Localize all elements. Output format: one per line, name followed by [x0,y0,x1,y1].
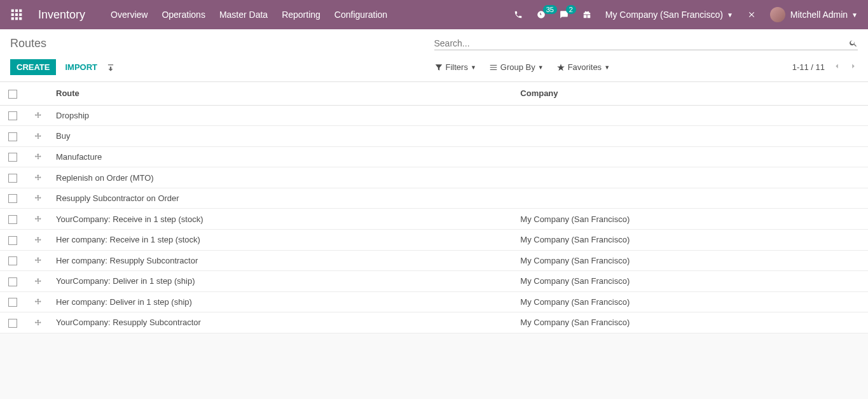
cell-route: Her company: Receive in 1 step (stock) [51,229,515,250]
groupby-dropdown[interactable]: Group By ▼ [489,62,544,72]
drag-handle-icon[interactable] [34,193,43,203]
drag-handle-icon[interactable] [34,131,43,141]
gift-icon[interactable] [582,10,591,19]
cell-company [515,146,868,167]
row-checkbox[interactable] [8,256,17,265]
row-checkbox[interactable] [8,319,17,328]
apps-icon[interactable] [10,8,23,21]
svg-rect-8 [19,17,22,20]
row-checkbox[interactable] [8,111,17,120]
cell-route: Replenish on Order (MTO) [51,167,515,188]
menu-configuration[interactable]: Configuration [334,10,387,20]
drag-handle-icon[interactable] [34,276,43,286]
navbar: Inventory Overview Operations Master Dat… [0,0,868,29]
cell-route: YourCompany: Deliver in 1 step (ship) [51,271,515,292]
search-icon[interactable] [849,37,858,50]
column-company[interactable]: Company [515,82,868,105]
row-checkbox[interactable] [8,194,17,203]
caret-down-icon: ▼ [604,64,610,71]
table-row[interactable]: Her company: Resupply SubcontractorMy Co… [0,250,868,271]
row-checkbox[interactable] [8,277,17,286]
systray: 35 2 My Company (San Francisco) ▼ Mitche… [514,7,858,22]
column-route[interactable]: Route [51,82,515,105]
debug-icon[interactable] [747,10,756,19]
list-view: Route Company DropshipBuyManufactureRepl… [0,82,868,333]
menu-operations[interactable]: Operations [162,10,205,20]
drag-handle-icon[interactable] [34,256,43,265]
table-row[interactable]: Buy [0,126,868,147]
menu-reporting[interactable]: Reporting [282,10,320,20]
search-input[interactable] [434,37,850,50]
breadcrumb: Routes [10,37,434,50]
row-checkbox[interactable] [8,215,17,224]
menu: Overview Operations Master Data Reportin… [111,10,514,20]
pager-info[interactable]: 1-11 / 11 [792,62,825,72]
svg-rect-4 [15,13,18,16]
create-button[interactable]: CREATE [10,59,56,75]
cell-route: Manufacture [51,146,515,167]
activity-badge: 35 [543,5,557,14]
cell-route: YourCompany: Receive in 1 step (stock) [51,209,515,230]
svg-rect-3 [11,13,14,16]
table-row[interactable]: Manufacture [0,146,868,167]
import-button[interactable]: IMPORT [65,62,97,72]
table-row[interactable]: Resupply Subcontractor on Order [0,188,868,209]
svg-rect-1 [15,10,18,12]
table-row[interactable]: YourCompany: Receive in 1 step (stock)My… [0,209,868,230]
caret-down-icon: ▼ [538,64,544,71]
drag-handle-icon[interactable] [34,172,43,182]
groupby-label: Group By [500,62,535,72]
cell-company [515,126,868,147]
header-checkbox[interactable] [0,82,25,105]
cell-route: Buy [51,126,515,147]
activity-icon[interactable]: 35 [537,10,546,19]
pager-prev[interactable] [832,62,841,73]
drag-handle-icon[interactable] [34,111,43,120]
filters-label: Filters [446,62,468,72]
control-panel: Routes CREATE IMPORT Filters ▼ [0,29,868,82]
phone-icon[interactable] [514,10,523,19]
svg-rect-6 [11,17,14,20]
cell-company [515,105,868,126]
cell-company: My Company (San Francisco) [515,312,868,333]
svg-rect-7 [15,17,18,20]
filters-dropdown[interactable]: Filters ▼ [434,62,476,72]
discuss-badge: 2 [566,5,576,14]
cell-company: My Company (San Francisco) [515,229,868,250]
drag-handle-icon[interactable] [34,214,43,223]
menu-master-data[interactable]: Master Data [219,10,268,20]
user-menu[interactable]: Mitchell Admin ▼ [770,7,858,22]
svg-rect-2 [19,10,22,12]
table-row[interactable]: YourCompany: Resupply SubcontractorMy Co… [0,312,868,333]
searchview[interactable] [434,37,858,50]
app-name[interactable]: Inventory [38,8,85,22]
discuss-icon[interactable]: 2 [560,10,568,19]
row-checkbox[interactable] [8,132,17,141]
pager-next[interactable] [849,62,858,73]
export-button[interactable] [106,62,115,73]
favorites-label: Favorites [568,62,602,72]
row-checkbox[interactable] [8,236,17,245]
row-checkbox[interactable] [8,298,17,307]
user-name: Mitchell Admin [790,10,848,20]
drag-handle-icon[interactable] [34,235,43,244]
table-row[interactable]: Her company: Receive in 1 step (stock)My… [0,229,868,250]
table-row[interactable]: Her company: Deliver in 1 step (ship)My … [0,291,868,312]
drag-handle-icon[interactable] [34,152,43,162]
table-row[interactable]: Replenish on Order (MTO) [0,167,868,188]
table-row[interactable]: Dropship [0,105,868,126]
favorites-dropdown[interactable]: Favorites ▼ [556,62,610,72]
svg-rect-5 [19,13,22,16]
menu-overview[interactable]: Overview [111,10,148,20]
cell-route: Her company: Resupply Subcontractor [51,250,515,271]
cell-route: YourCompany: Resupply Subcontractor [51,312,515,333]
drag-handle-icon[interactable] [34,297,43,307]
row-checkbox[interactable] [8,153,17,162]
drag-handle-icon[interactable] [34,318,43,327]
table-row[interactable]: YourCompany: Deliver in 1 step (ship)My … [0,271,868,292]
cell-company: My Company (San Francisco) [515,271,868,292]
cell-company: My Company (San Francisco) [515,250,868,271]
company-switcher[interactable]: My Company (San Francisco) ▼ [605,10,733,20]
row-checkbox[interactable] [8,174,17,183]
cell-route: Her company: Deliver in 1 step (ship) [51,291,515,312]
